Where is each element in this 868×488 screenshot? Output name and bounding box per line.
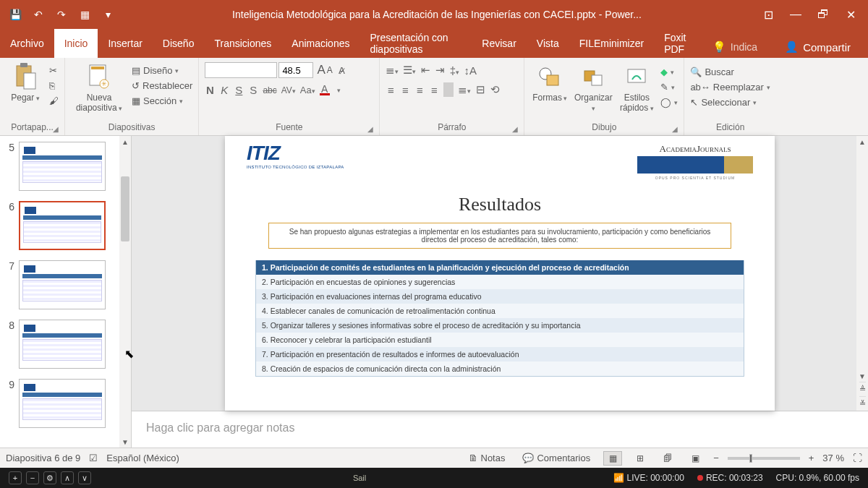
- notes-pane[interactable]: Haga clic para agregar notas: [132, 411, 868, 448]
- zoom-in-button[interactable]: +: [809, 453, 814, 463]
- obs-control-icon[interactable]: −: [26, 471, 39, 484]
- italic-button[interactable]: K: [219, 84, 229, 96]
- tab-file[interactable]: Archivo: [0, 29, 54, 58]
- scroll-up-icon[interactable]: ▲: [122, 136, 129, 147]
- zoom-out-button[interactable]: −: [713, 453, 719, 463]
- increase-font-button[interactable]: A: [317, 63, 325, 77]
- dialog-launcher-icon[interactable]: ◢: [512, 125, 518, 133]
- underline-button[interactable]: S: [234, 84, 244, 96]
- tab-transitions[interactable]: Transiciones: [204, 29, 281, 58]
- align-left-button[interactable]: ≡: [386, 84, 396, 96]
- copy-button[interactable]: ⎘: [49, 80, 59, 91]
- change-case-button[interactable]: Aa▾: [300, 85, 315, 95]
- quick-styles-button[interactable]: Estilos rápidos ▾: [617, 62, 656, 113]
- obs-control-icon[interactable]: ⚙: [43, 471, 56, 484]
- clear-formatting-button[interactable]: A̷: [339, 65, 345, 76]
- minimize-icon[interactable]: —: [783, 1, 809, 27]
- fit-to-window-button[interactable]: ⛶: [853, 453, 862, 463]
- find-button[interactable]: 🔍 Buscar: [690, 67, 770, 77]
- shape-fill-button[interactable]: ◆▾: [660, 67, 678, 77]
- slide-thumbnail[interactable]: 5: [4, 142, 116, 191]
- dialog-launcher-icon[interactable]: ◢: [672, 125, 678, 133]
- tab-review[interactable]: Revisar: [472, 29, 526, 58]
- reset-button[interactable]: ↺ Restablecer: [132, 80, 192, 91]
- notes-toggle[interactable]: 🗎Notas: [464, 453, 510, 463]
- smartart-button[interactable]: ⟲: [490, 83, 500, 96]
- normal-view-button[interactable]: ▦: [603, 451, 622, 466]
- comments-toggle[interactable]: 💬Comentarios: [518, 453, 595, 463]
- dialog-launcher-icon[interactable]: ◢: [367, 125, 373, 133]
- tab-home[interactable]: Inicio: [54, 29, 98, 58]
- language-status[interactable]: Español (México): [106, 453, 179, 463]
- slide-canvas[interactable]: ITIZ INSTITUTO TECNOLÓGICO DE IZTAPALAPA…: [132, 136, 868, 411]
- slide-thumbnail[interactable]: 8: [4, 320, 116, 369]
- slide-thumbnail[interactable]: 6: [4, 201, 116, 250]
- bullets-button[interactable]: ≣▾: [386, 64, 399, 77]
- undo-icon[interactable]: ↶: [27, 4, 49, 25]
- layout-button[interactable]: ▤ Diseño ▾: [132, 65, 192, 76]
- select-button[interactable]: ↖ Seleccionar ▾: [690, 97, 770, 108]
- slide-thumbnail[interactable]: 7: [4, 260, 116, 309]
- shapes-button[interactable]: Formas ▾: [530, 62, 569, 103]
- scroll-down-icon[interactable]: ▼: [122, 436, 129, 448]
- tab-slideshow[interactable]: Presentación con diapositivas: [359, 29, 472, 58]
- decrease-indent-button[interactable]: ⇤: [420, 64, 430, 77]
- scroll-up-icon[interactable]: ▲: [859, 136, 866, 147]
- bold-button[interactable]: N: [205, 84, 215, 96]
- qat-more-icon[interactable]: ▾: [97, 4, 119, 25]
- font-color-button[interactable]: A: [320, 85, 330, 95]
- tellme-input[interactable]: Indica: [731, 41, 757, 53]
- numbering-button[interactable]: ☰▾: [403, 64, 416, 77]
- paste-button[interactable]: Pegar ▾: [6, 62, 45, 103]
- spell-check-icon[interactable]: ☑: [89, 453, 98, 463]
- tab-insert[interactable]: Insertar: [98, 29, 152, 58]
- ribbon-display-icon[interactable]: ⊡: [755, 1, 781, 27]
- next-slide-button[interactable]: ≚: [859, 396, 866, 411]
- restore-icon[interactable]: 🗗: [810, 1, 836, 27]
- font-name-input[interactable]: [205, 62, 277, 78]
- tab-foxit[interactable]: Foxit PDF: [654, 29, 705, 58]
- text-direction-button[interactable]: ↕A: [464, 64, 477, 77]
- align-right-button[interactable]: ≡: [414, 84, 425, 96]
- tab-fileminimizer[interactable]: FILEminimizer: [569, 29, 654, 58]
- char-spacing-button[interactable]: AV▾: [281, 85, 296, 95]
- redo-icon[interactable]: ↷: [51, 4, 72, 25]
- slide-thumbnail[interactable]: 9: [4, 379, 116, 428]
- obs-control-icon[interactable]: +: [9, 471, 22, 484]
- shape-effects-button[interactable]: ◯▾: [660, 97, 678, 108]
- section-button[interactable]: ▦ Sección ▾: [132, 95, 192, 106]
- justify-button[interactable]: ≡: [429, 84, 439, 96]
- scroll-down-icon[interactable]: ▼: [859, 370, 866, 382]
- tab-animations[interactable]: Animaciones: [281, 29, 359, 58]
- dialog-launcher-icon[interactable]: ◢: [53, 125, 59, 133]
- scroll-handle[interactable]: [121, 176, 129, 241]
- align-text-button[interactable]: ⊟: [475, 83, 485, 96]
- shape-outline-button[interactable]: ✎▾: [660, 82, 678, 93]
- zoom-slider[interactable]: [728, 457, 800, 460]
- reading-view-button[interactable]: 🗐: [658, 451, 677, 466]
- share-button[interactable]: 👤 Compartir: [775, 36, 861, 58]
- align-center-button[interactable]: ≡: [400, 84, 410, 96]
- line-spacing-button[interactable]: ‡▾: [449, 64, 459, 77]
- text-shadow-button[interactable]: S: [248, 84, 258, 96]
- close-icon[interactable]: ✕: [838, 1, 864, 27]
- cut-button[interactable]: ✂: [49, 65, 59, 76]
- decrease-font-button[interactable]: A: [327, 65, 333, 75]
- tab-view[interactable]: Vista: [527, 29, 569, 58]
- editor-scrollbar[interactable]: ▲ ▼ ≜ ≚: [856, 136, 868, 411]
- previous-slide-button[interactable]: ≜: [859, 382, 866, 396]
- zoom-level[interactable]: 37 %: [822, 453, 844, 463]
- start-from-beginning-icon[interactable]: ▦: [74, 4, 95, 25]
- format-painter-button[interactable]: 🖌: [49, 95, 59, 106]
- obs-control-icon[interactable]: ∧: [61, 471, 74, 484]
- columns-button[interactable]: ≣▾: [458, 83, 471, 96]
- slide[interactable]: ITIZ INSTITUTO TECNOLÓGICO DE IZTAPALAPA…: [225, 136, 775, 411]
- tab-design[interactable]: Diseño: [153, 29, 205, 58]
- thumbnail-scrollbar[interactable]: ▲ ▼: [119, 136, 131, 448]
- new-slide-button[interactable]: ✳ Nueva diapositiva ▾: [71, 62, 127, 113]
- sorter-view-button[interactable]: ⊞: [631, 451, 650, 466]
- arrange-button[interactable]: Organizar ▾: [574, 62, 613, 113]
- save-icon[interactable]: 💾: [4, 4, 26, 25]
- slideshow-view-button[interactable]: ▣: [686, 451, 705, 466]
- replace-button[interactable]: ab↔ Reemplazar ▾: [690, 82, 770, 93]
